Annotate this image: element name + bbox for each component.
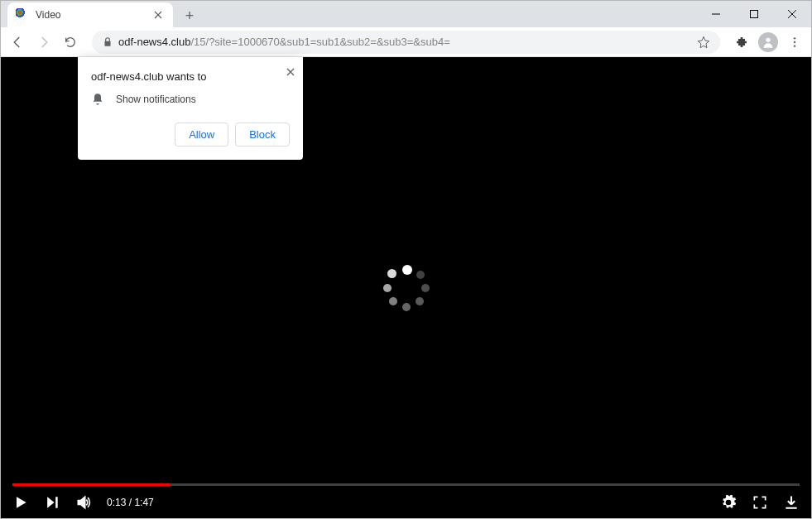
- volume-button[interactable]: [75, 494, 92, 511]
- block-button[interactable]: Block: [235, 123, 290, 147]
- svg-point-4: [794, 45, 795, 46]
- svg-point-2: [794, 37, 795, 39]
- minimize-button[interactable]: [697, 1, 735, 27]
- prompt-close-icon[interactable]: [286, 65, 295, 79]
- profile-button[interactable]: [757, 31, 780, 54]
- next-button[interactable]: [44, 494, 60, 511]
- bell-icon: [91, 93, 104, 106]
- svg-point-3: [794, 41, 795, 42]
- menu-button[interactable]: [783, 31, 806, 54]
- forward-button[interactable]: [32, 31, 55, 54]
- url-text: odf-news4.club/15/?site=1000670&sub1=sub…: [118, 36, 450, 48]
- close-window-button[interactable]: [773, 1, 811, 27]
- prompt-title: odf-news4.club wants to: [91, 70, 290, 83]
- browser-toolbar: odf-news4.club/15/?site=1000670&sub1=sub…: [1, 27, 811, 57]
- tab-title: Video: [36, 9, 151, 21]
- new-tab-button[interactable]: +: [178, 4, 201, 27]
- bookmark-star-icon[interactable]: [697, 36, 710, 49]
- lock-icon: [102, 36, 113, 48]
- address-bar[interactable]: odf-news4.club/15/?site=1000670&sub1=sub…: [92, 31, 720, 54]
- allow-button[interactable]: Allow: [175, 123, 228, 147]
- settings-button[interactable]: [720, 494, 737, 511]
- video-time: 0:13 / 1:47: [107, 497, 154, 508]
- prompt-capability: Show notifications: [116, 94, 196, 105]
- svg-point-1: [766, 37, 770, 41]
- play-button[interactable]: [12, 494, 29, 511]
- svg-rect-0: [751, 11, 758, 18]
- extensions-button[interactable]: [730, 31, 753, 54]
- notification-permission-prompt: odf-news4.club wants to Show notificatio…: [78, 57, 303, 160]
- back-button[interactable]: [6, 31, 29, 54]
- browser-tab[interactable]: Video: [7, 2, 173, 27]
- download-button[interactable]: [783, 494, 800, 511]
- window-titlebar: Video +: [1, 1, 811, 27]
- avatar-icon: [758, 32, 778, 52]
- loading-spinner: [383, 265, 430, 311]
- reload-button[interactable]: [59, 31, 82, 54]
- tab-close-icon[interactable]: [151, 8, 165, 22]
- tab-favicon: [16, 8, 29, 22]
- video-controls: 0:13 / 1:47: [1, 486, 811, 519]
- page-content: odf-news4.club wants to Show notificatio…: [1, 57, 811, 519]
- fullscreen-button[interactable]: [752, 494, 768, 511]
- window-controls: [697, 1, 811, 27]
- maximize-button[interactable]: [735, 1, 773, 27]
